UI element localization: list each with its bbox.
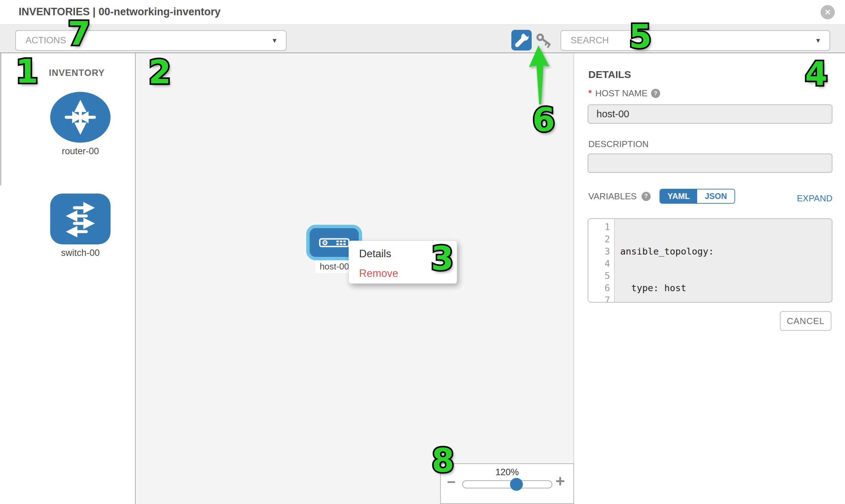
details-title: DETAILS — [588, 69, 631, 80]
description-input[interactable] — [588, 154, 832, 173]
sidebar-scrollbar[interactable] — [0, 53, 1, 185]
cancel-button[interactable]: CANCEL — [780, 311, 831, 331]
variables-label: VARIABLES — [588, 191, 637, 202]
editor-code[interactable]: ansible_topology: type: host name: host-… — [615, 219, 832, 302]
expand-link[interactable]: EXPAND — [797, 193, 832, 204]
chevron-down-icon: ▼ — [271, 37, 278, 44]
description-label-row: DESCRIPTION — [588, 139, 649, 149]
host-name-label-row: * HOST NAME ? — [588, 88, 660, 98]
host-name-label: HOST NAME — [595, 88, 648, 98]
router-icon — [50, 92, 110, 143]
annotation-5: 5 — [629, 20, 652, 53]
sidebar-item-label: router-00 — [50, 146, 110, 157]
help-icon[interactable]: ? — [651, 89, 660, 98]
zoom-slider-thumb[interactable] — [510, 478, 523, 491]
annotation-1: 1 — [16, 55, 38, 88]
host-node-label: host-00 — [315, 260, 353, 273]
tab-yaml[interactable]: YAML — [660, 190, 698, 203]
zoom-level-label: 120% — [440, 467, 574, 478]
variables-format-toggle: YAML JSON — [659, 189, 735, 204]
header: INVENTORIES | 00-networking-inventory ✕ — [0, 0, 845, 24]
annotation-6: 6 — [532, 104, 555, 136]
code-line: type: host — [620, 282, 832, 294]
sidebar-title: INVENTORY — [49, 68, 105, 78]
search-dropdown[interactable]: SEARCH ▼ — [561, 30, 830, 51]
annotation-2: 2 — [148, 56, 171, 88]
close-icon[interactable]: ✕ — [821, 5, 835, 19]
annotation-4: 4 — [805, 58, 828, 90]
code-line: ansible_topology: — [620, 246, 832, 257]
actions-dropdown[interactable]: ACTIONS ▼ — [15, 30, 286, 51]
page-title: INVENTORIES | 00-networking-inventory — [19, 6, 221, 18]
variables-row: VARIABLES ? YAML JSON — [588, 188, 735, 204]
annotation-8: 8 — [432, 444, 454, 477]
annotation-3: 3 — [431, 242, 454, 275]
host-icon — [319, 238, 350, 248]
zoom-in-button[interactable]: + — [556, 473, 565, 489]
tab-json[interactable]: JSON — [697, 190, 734, 203]
line-number: 1 — [588, 221, 610, 233]
host-name-input[interactable] — [588, 104, 832, 124]
description-label: DESCRIPTION — [588, 139, 649, 149]
help-icon[interactable]: ? — [641, 192, 651, 201]
search-dropdown-label: SEARCH — [571, 35, 609, 46]
annotation-7: 7 — [68, 17, 90, 50]
line-number: 3 — [588, 246, 610, 257]
actions-dropdown-label: ACTIONS — [25, 35, 66, 46]
annotation-arrow-up-icon — [528, 45, 551, 106]
variables-code-editor[interactable]: 1 2 3 4 5 6 7 ansible_topology: type: ho… — [588, 218, 832, 303]
editor-line-numbers: 1 2 3 4 5 6 7 — [588, 219, 615, 302]
line-number: 5 — [588, 270, 610, 282]
line-number: 4 — [588, 257, 610, 270]
app-window: INVENTORIES | 00-networking-inventory ✕ … — [0, 0, 845, 504]
line-number: 7 — [588, 294, 610, 303]
zoom-slider-track[interactable] — [462, 480, 552, 488]
chevron-down-icon: ▼ — [815, 37, 821, 44]
required-asterisk: * — [588, 88, 592, 98]
line-number: 6 — [588, 282, 610, 294]
sidebar-item-label: switch-00 — [50, 248, 110, 258]
sidebar-item-router[interactable]: router-00 — [50, 92, 110, 157]
switch-icon — [50, 194, 110, 245]
sidebar-item-switch[interactable]: switch-00 — [50, 194, 110, 258]
line-number: 2 — [588, 233, 610, 246]
